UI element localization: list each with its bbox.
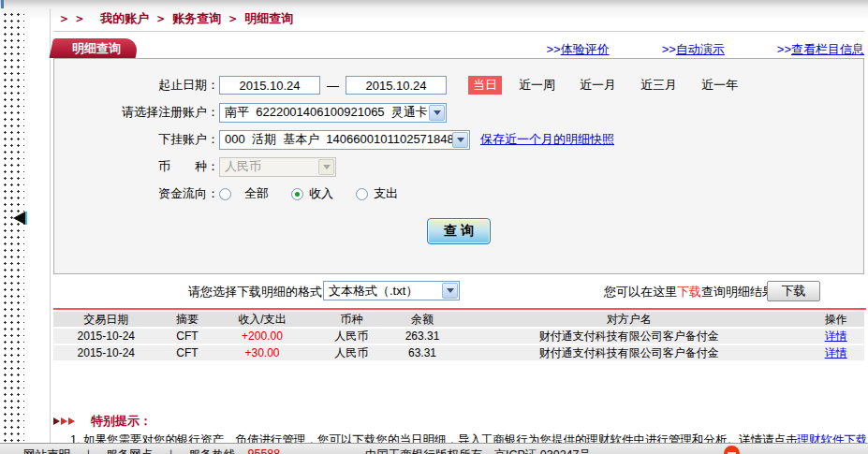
cell-date: 2015-10-24 (53, 346, 159, 359)
date-range-label: 起止日期： (54, 77, 219, 94)
footer-links: 网站声明 ｜ 服务网点 ｜ 服务热线 95588 (23, 447, 280, 454)
download-format-value: 文本格式（.txt） (329, 283, 418, 300)
flow-option-expense-label: 支出 (374, 185, 398, 202)
collapsed-sidebar-dots (0, 9, 24, 443)
tip-arrow-icon (61, 417, 67, 425)
hotline-label: 服务热线 (189, 447, 236, 454)
quick-range-last-month[interactable]: 近一月 (580, 77, 616, 94)
cell-date: 2015-10-24 (53, 330, 159, 343)
dropdown-arrow-icon[interactable] (452, 132, 468, 148)
experience-rating-link[interactable]: >>体验评价 (546, 41, 609, 58)
sidebar-collapse-arrow-icon[interactable] (13, 212, 25, 225)
today-badge[interactable]: 当日 (468, 76, 502, 95)
cell-summary: CFT (159, 330, 216, 343)
download-hint: 您可以在这里下载查询明细结果 (604, 284, 774, 300)
quick-range-last-3-months[interactable]: 近三月 (640, 77, 677, 94)
radio-icon (291, 188, 303, 200)
breadcrumb-item-detail-query[interactable]: 明细查询 (244, 11, 293, 25)
flow-option-income-label: 收入 (309, 185, 333, 202)
cell-balance: 263.31 (394, 330, 451, 343)
breadcrumb-separator: ＞ (221, 11, 244, 25)
col-header-amount: 收入/支出 (215, 312, 309, 328)
detail-link[interactable]: 详情 (825, 330, 847, 343)
corner-blue-mark (1, 0, 4, 8)
date-range-dash: — (327, 79, 339, 93)
dropdown-arrow-icon[interactable] (429, 105, 445, 121)
site-statement-link[interactable]: 网站声明 (23, 447, 70, 454)
start-date-input[interactable] (219, 76, 320, 95)
flow-option-income[interactable]: 收入 (291, 185, 333, 202)
currency-value: 人民币 (225, 158, 261, 175)
save-monthly-snapshot-link[interactable]: 保存近一个月的明细快照 (480, 131, 614, 148)
service-outlets-link[interactable]: 服务网点 (106, 447, 153, 454)
radio-icon (219, 188, 231, 200)
col-header-date: 交易日期 (53, 312, 159, 328)
breadcrumb-separator: ＞ (149, 11, 172, 25)
view-column-info-link[interactable]: >>查看栏目信息 (777, 41, 864, 58)
col-header-action: 操作 (807, 312, 864, 328)
cell-counterparty: 财付通支付科技有限公司客户备付金 (450, 345, 807, 361)
table-row: 2015-10-24 CFT +200.00 人民币 263.31 财付通支付科… (53, 329, 864, 344)
hotline-number: 95588 (248, 447, 281, 454)
cell-summary: CFT (159, 346, 216, 359)
cell-currency: 人民币 (309, 329, 394, 344)
header-links: >>体验评价 >>自动演示 >>查看栏目信息 (546, 41, 864, 58)
col-header-counterparty: 对方户名 (450, 312, 807, 328)
breadcrumb-item-my-account[interactable]: 我的账户 (100, 11, 149, 25)
registered-account-row: 请选择注册账户： 南平 6222001406100921065 灵通卡 (54, 102, 863, 123)
col-header-currency: 币种 (309, 312, 394, 328)
tab-detail-query[interactable]: 明细查询 (53, 38, 140, 58)
quick-range-last-week[interactable]: 近一周 (519, 77, 555, 94)
footer-separator: ｜ (165, 447, 176, 454)
icbc-detail-query-page: ＞ ＞ 我的账户＞账务查询＞明细查询 明细查询 >>体验评价 >>自动演示 >>… (0, 0, 868, 454)
sub-account-select[interactable]: 000 活期 基本户 1406600101102571848 (219, 130, 470, 150)
special-tips-title: 特别提示： (91, 413, 152, 430)
results-table: 交易日期 摘要 收入/支出 币种 余额 对方户名 操作 2015-10-24 C… (53, 312, 864, 362)
sub-account-value: 000 活期 基本户 1406600101102571848 (225, 131, 454, 148)
cell-counterparty: 财付通支付科技有限公司客户备付金 (450, 329, 807, 344)
breadcrumb-item-account-query[interactable]: 账务查询 (172, 11, 221, 25)
currency-row: 币 种： 人民币 (54, 156, 863, 177)
copyright-text: 中国工商银行版权所有 京ICP证 030247号 (365, 447, 591, 454)
fund-flow-row: 资金流向： 全部 收入 支出 (54, 183, 863, 204)
flow-option-expense[interactable]: 支出 (356, 185, 398, 202)
breadcrumb-divider (53, 31, 864, 32)
icbc-logo-icon (724, 446, 740, 454)
currency-label: 币 种： (54, 158, 219, 175)
sidebar-divider (50, 8, 51, 443)
auto-demo-link[interactable]: >>自动演示 (662, 41, 725, 58)
breadcrumb: ＞ ＞ 我的账户＞账务查询＞明细查询 (58, 10, 293, 27)
cell-balance: 63.31 (394, 346, 451, 359)
cell-amount: +30.00 (215, 346, 309, 359)
page-footer: 网站声明 ｜ 服务网点 ｜ 服务热线 95588 中国工商银行版权所有 京ICP… (0, 443, 868, 454)
col-header-balance: 余额 (394, 312, 451, 328)
breadcrumb-prefix-icon: ＞ ＞ (58, 11, 86, 25)
col-header-summary: 摘要 (159, 312, 216, 328)
dropdown-arrow-icon[interactable] (442, 283, 458, 299)
footer-separator: ｜ (82, 447, 94, 454)
dropdown-arrow-icon (318, 159, 334, 175)
sub-account-row: 下挂账户： 000 活期 基本户 1406600101102571848 保存近… (54, 129, 863, 150)
query-button[interactable]: 查 询 (427, 218, 491, 244)
table-top-red-divider (53, 308, 866, 310)
detail-link[interactable]: 详情 (825, 346, 847, 359)
tip-arrow-icon (53, 417, 60, 425)
download-hint-emphasis: 下载 (677, 285, 701, 299)
download-row: 请您选择下载明细的格式 文本格式（.txt） 您可以在这里下载查询明细结果 下载 (53, 281, 864, 301)
query-form-panel: 起止日期： — 当日 近一周 近一月 近三月 近一年 请选择注册账户： 南平 6… (53, 58, 864, 274)
download-format-label: 请您选择下载明细的格式 (53, 284, 322, 300)
currency-select: 人民币 (219, 157, 336, 177)
sub-account-label: 下挂账户： (54, 131, 219, 148)
fund-flow-label: 资金流向： (54, 185, 219, 202)
download-button[interactable]: 下载 (767, 281, 820, 301)
registered-account-select[interactable]: 南平 6222001406100921065 灵通卡 (219, 103, 447, 123)
tab-label: 明细查询 (53, 38, 140, 58)
end-date-input[interactable] (346, 76, 447, 95)
flow-option-all[interactable]: 全部 (219, 185, 269, 202)
download-format-select[interactable]: 文本格式（.txt） (323, 281, 460, 300)
quick-range-last-year[interactable]: 近一年 (701, 77, 738, 94)
cell-currency: 人民币 (309, 345, 394, 361)
table-row: 2015-10-24 CFT +30.00 人民币 63.31 财付通支付科技有… (53, 345, 864, 360)
cell-amount: +200.00 (215, 330, 309, 343)
table-header-row: 交易日期 摘要 收入/支出 币种 余额 对方户名 操作 (53, 312, 864, 327)
